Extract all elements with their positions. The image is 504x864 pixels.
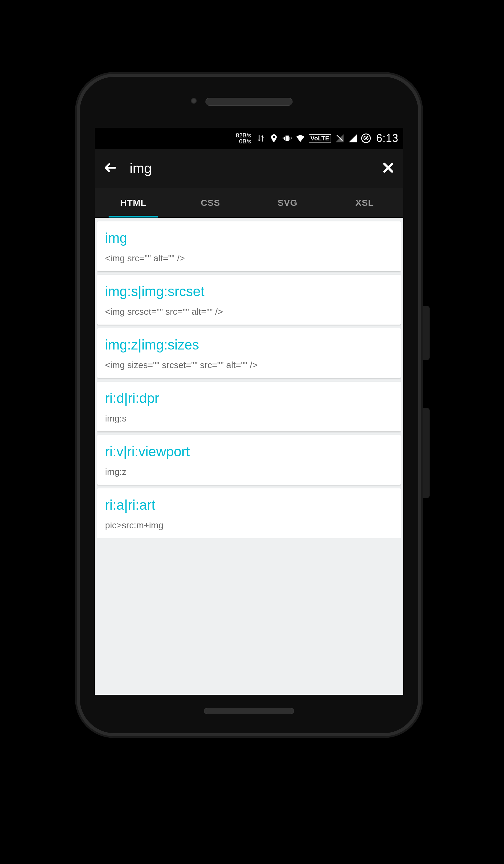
search-bar: img — [95, 149, 403, 188]
side-button-power — [423, 306, 430, 360]
net-down: 0B/s — [239, 138, 251, 144]
result-title: ri:v|ri:viewport — [105, 443, 393, 459]
result-title: ri:a|ri:art — [105, 497, 393, 513]
tab-css[interactable]: CSS — [172, 188, 249, 217]
bottom-speaker — [204, 708, 294, 714]
result-subtitle: img:z — [105, 467, 393, 477]
tab-xsl[interactable]: XSL — [326, 188, 403, 217]
list-item[interactable]: img:z|img:sizes <img sizes="" srcset="" … — [97, 328, 401, 378]
net-up: 82B/s — [236, 132, 251, 138]
result-title: img:s|img:srcset — [105, 283, 393, 299]
result-subtitle: <img src="" alt="" /> — [105, 253, 393, 263]
result-title: img — [105, 230, 393, 246]
tab-label: SVG — [277, 198, 297, 208]
back-button[interactable] — [103, 160, 118, 176]
list-item[interactable]: img <img src="" alt="" /> — [97, 221, 401, 271]
close-icon — [382, 161, 395, 174]
location-icon — [269, 133, 279, 143]
phone-frame: 82B/s 0B/s VoLTE — [75, 72, 423, 738]
front-camera — [191, 98, 197, 104]
tab-bar: HTML CSS SVG XSL — [95, 188, 403, 218]
result-title: img:z|img:sizes — [105, 337, 393, 353]
tab-label: HTML — [120, 198, 146, 208]
list-item[interactable]: ri:a|ri:art pic>src:m+img — [97, 488, 401, 538]
result-subtitle: <img srcset="" src="" alt="" /> — [105, 307, 393, 317]
result-title: ri:d|ri:dpr — [105, 390, 393, 406]
search-input[interactable]: img — [130, 160, 370, 176]
earpiece-speaker — [205, 98, 292, 106]
results-list[interactable]: img <img src="" alt="" /> img:s|img:srcs… — [95, 218, 403, 695]
clear-search-button[interactable] — [382, 161, 395, 176]
tab-label: CSS — [201, 198, 220, 208]
tab-svg[interactable]: SVG — [249, 188, 326, 217]
tab-label: XSL — [356, 198, 374, 208]
wifi-icon — [296, 133, 305, 143]
result-subtitle: <img sizes="" srcset="" src="" alt="" /> — [105, 360, 393, 370]
clock: 6:13 — [376, 132, 398, 145]
status-bar: 82B/s 0B/s VoLTE — [95, 128, 403, 149]
vibrate-icon — [282, 133, 292, 143]
screen: 82B/s 0B/s VoLTE — [95, 128, 403, 695]
network-speed: 82B/s 0B/s — [236, 132, 251, 144]
result-subtitle: pic>src:m+img — [105, 520, 393, 530]
list-item[interactable]: ri:d|ri:dpr img:s — [97, 382, 401, 431]
arrow-left-icon — [103, 160, 118, 175]
battery-icon: 66 — [361, 133, 371, 143]
side-button-volume — [423, 408, 430, 498]
result-subtitle: img:s — [105, 413, 393, 424]
list-item[interactable]: ri:v|ri:viewport img:z — [97, 435, 401, 485]
tab-html[interactable]: HTML — [95, 188, 172, 217]
list-item[interactable]: img:s|img:srcset <img srcset="" src="" a… — [97, 275, 401, 325]
data-icon — [256, 133, 265, 143]
battery-level: 66 — [363, 136, 369, 141]
signal-no-sim-icon — [335, 133, 344, 143]
signal-icon — [348, 133, 358, 143]
volte-badge: VoLTE — [309, 134, 331, 143]
